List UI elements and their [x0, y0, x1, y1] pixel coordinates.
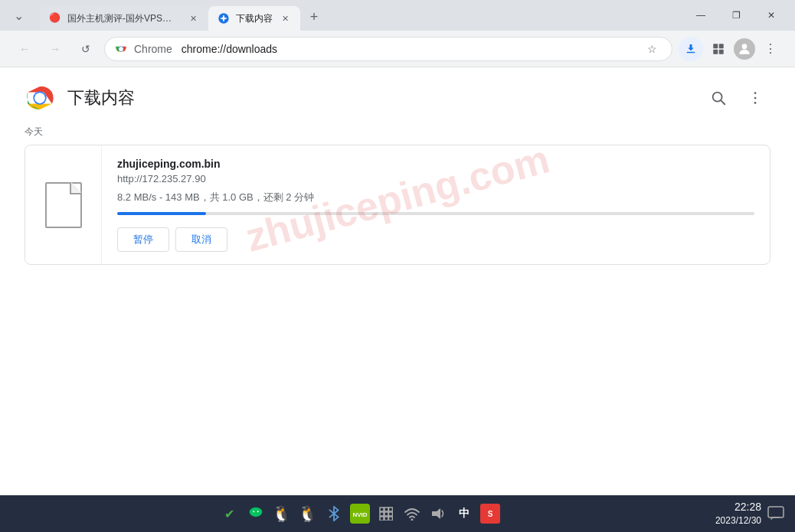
- pause-button[interactable]: 暂停: [117, 227, 169, 252]
- svg-point-1: [222, 17, 225, 20]
- bookmark-button[interactable]: ☆: [641, 38, 662, 60]
- taskbar-time: 22:28 2023/12/30: [715, 500, 761, 527]
- svg-rect-5: [713, 44, 718, 48]
- svg-rect-7: [713, 49, 718, 54]
- new-tab-button[interactable]: +: [303, 6, 325, 28]
- extensions-button[interactable]: [706, 37, 731, 61]
- download-icon-area: [25, 145, 102, 264]
- svg-rect-8: [719, 49, 724, 54]
- taskbar-grid-icon[interactable]: [376, 504, 396, 524]
- file-icon-body: [45, 182, 82, 228]
- file-icon: [45, 182, 82, 228]
- taskbar-wifi-icon[interactable]: [402, 504, 422, 524]
- tab1-title: 国外主机测评-国外VPS，国...: [67, 12, 181, 25]
- svg-rect-26: [380, 512, 384, 516]
- progress-bar-container: [117, 212, 754, 215]
- page-header-left: 下载内容: [25, 83, 135, 113]
- taskbar-wechat-icon[interactable]: [246, 504, 266, 524]
- search-icon: [710, 90, 727, 106]
- download-info: zhujiceping.com.bin http://172.235.27.90…: [102, 145, 770, 264]
- chat-icon: [767, 506, 784, 521]
- svg-rect-36: [768, 507, 784, 517]
- download-url: http://172.235.27.90: [117, 173, 754, 184]
- minimize-button[interactable]: —: [683, 3, 718, 28]
- taskbar-chat-button[interactable]: [766, 504, 786, 524]
- forward-button[interactable]: →: [43, 37, 67, 61]
- svg-rect-30: [384, 517, 388, 521]
- search-page-button[interactable]: [703, 83, 734, 113]
- svg-point-16: [754, 97, 757, 100]
- tab-1[interactable]: 🔴 国外主机测评-国外VPS，国... ✕: [40, 6, 208, 31]
- page-header-right: [703, 83, 770, 113]
- download-button[interactable]: [679, 37, 703, 61]
- page-title: 下载内容: [67, 86, 135, 109]
- tab-2[interactable]: 下载内容 ✕: [208, 6, 300, 31]
- download-icon: [684, 42, 698, 56]
- tab-list-button[interactable]: ⌄: [6, 3, 31, 28]
- title-bar: ⌄ 🔴 国外主机测评-国外VPS，国... ✕ 下载内容 ✕ + — ❐ ✕: [0, 0, 795, 31]
- svg-point-19: [253, 511, 254, 512]
- svg-rect-27: [384, 512, 388, 516]
- url-text: chrome://downloads: [182, 43, 277, 55]
- file-icon-corner: [70, 184, 80, 194]
- close-button[interactable]: ✕: [754, 3, 789, 28]
- tab2-close-button[interactable]: ✕: [279, 12, 291, 24]
- download-filename: zhujiceping.com.bin: [117, 158, 754, 170]
- svg-marker-33: [432, 508, 440, 519]
- page-menu-button[interactable]: [740, 83, 770, 113]
- svg-rect-23: [380, 508, 384, 511]
- taskbar-volume-icon[interactable]: [428, 504, 448, 524]
- taskbar-tim-icon[interactable]: 🐧: [298, 504, 318, 524]
- svg-point-9: [742, 44, 748, 49]
- tab2-favicon: [218, 12, 230, 24]
- svg-point-20: [257, 511, 259, 512]
- downloads-area: zhujiceping.com 今天 zhujiceping.com.bin h…: [0, 119, 795, 277]
- back-button[interactable]: ←: [12, 37, 37, 61]
- extensions-icon: [712, 42, 725, 56]
- page-header: 下载内容: [0, 67, 795, 119]
- menu-button[interactable]: ⋮: [758, 37, 783, 61]
- taskbar-antivirus-icon[interactable]: S: [480, 504, 500, 524]
- nav-right-actions: ⋮: [679, 37, 783, 61]
- taskbar-right: 22:28 2023/12/30: [715, 500, 786, 527]
- svg-rect-25: [388, 508, 392, 511]
- tab1-favicon: 🔴: [49, 12, 61, 24]
- svg-rect-24: [384, 508, 388, 511]
- svg-text:S: S: [488, 510, 493, 518]
- page-content: 下载内容 zhujiceping.com 今天: [0, 67, 795, 495]
- address-bar[interactable]: Chrome chrome://downloads ☆: [104, 37, 672, 61]
- chrome-logo-big-icon: [25, 83, 55, 113]
- taskbar-bluetooth-icon[interactable]: [324, 504, 344, 524]
- taskbar-input-icon[interactable]: 中: [454, 504, 474, 524]
- cancel-button[interactable]: 取消: [175, 227, 227, 252]
- download-progress-text: 8.2 MB/s - 143 MB，共 1.0 GB，还剩 2 分钟: [117, 191, 754, 204]
- svg-text:NVID: NVID: [352, 511, 367, 518]
- taskbar-qq-icon[interactable]: 🐧: [272, 504, 292, 524]
- svg-rect-6: [719, 44, 724, 48]
- svg-rect-31: [388, 517, 392, 521]
- tab2-title: 下载内容: [236, 12, 273, 25]
- section-label: 今天: [0, 119, 795, 145]
- window-controls-right: — ❐ ✕: [683, 3, 789, 28]
- download-actions: 暂停 取消: [117, 227, 754, 252]
- svg-rect-28: [388, 512, 392, 516]
- avatar-icon: [737, 41, 752, 57]
- taskbar-nvidia-icon[interactable]: NVID: [350, 504, 370, 524]
- svg-point-15: [754, 92, 757, 94]
- window-controls-left: ⌄: [6, 3, 31, 28]
- refresh-button[interactable]: ↺: [74, 37, 98, 61]
- brand-label: Chrome: [134, 43, 172, 55]
- profile-avatar[interactable]: [734, 38, 755, 60]
- svg-rect-29: [380, 517, 384, 521]
- taskbar-check-icon[interactable]: ✔: [220, 504, 240, 524]
- svg-point-17: [754, 102, 757, 104]
- tab-bar: 🔴 国外主机测评-国外VPS，国... ✕ 下载内容 ✕ +: [40, 0, 674, 31]
- maximize-button[interactable]: ❐: [718, 3, 754, 28]
- svg-line-14: [721, 100, 725, 104]
- taskbar-icons: ✔ 🐧 🐧 NVID: [9, 504, 711, 524]
- svg-point-18: [250, 508, 263, 517]
- tab1-close-button[interactable]: ✕: [187, 12, 199, 24]
- chrome-logo-icon: [114, 42, 128, 56]
- svg-point-12: [34, 93, 45, 103]
- taskbar: ✔ 🐧 🐧 NVID: [0, 495, 795, 532]
